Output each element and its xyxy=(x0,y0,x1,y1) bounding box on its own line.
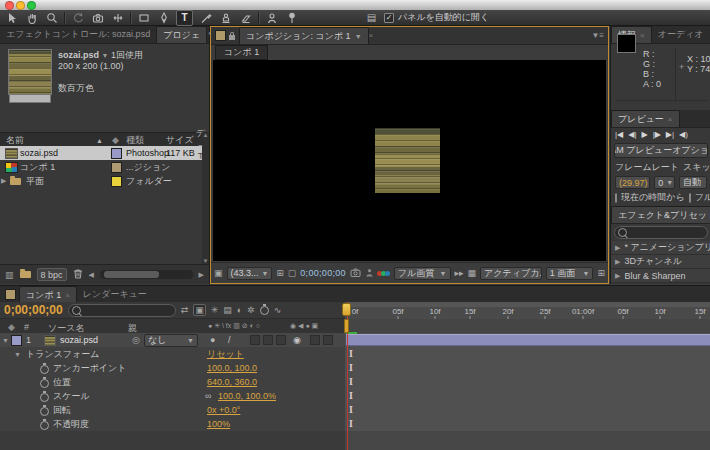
index-column-header[interactable]: # xyxy=(24,322,29,332)
rotation-value[interactable]: 0x +0.0° xyxy=(207,405,240,415)
selection-tool[interactable] xyxy=(4,11,19,25)
link-dimensions-icon[interactable]: ∞ xyxy=(205,391,211,401)
type-tool[interactable]: T xyxy=(176,10,193,26)
hand-tool[interactable] xyxy=(24,11,39,25)
view-layout-dropdown[interactable]: 1 画面▼ xyxy=(546,267,594,280)
transparency-grid-icon[interactable]: ▦ xyxy=(468,268,477,278)
column-name[interactable]: 名前 xyxy=(6,134,24,147)
puppet-pin-tool[interactable] xyxy=(284,11,299,25)
composition-image[interactable] xyxy=(375,128,440,193)
rotation-tool[interactable] xyxy=(70,11,85,25)
av-box[interactable] xyxy=(323,335,333,345)
parent-pickwhip-icon[interactable]: ◎ xyxy=(132,335,140,345)
camera-tool[interactable] xyxy=(90,11,105,25)
scale-value[interactable]: 100.0, 100.0% xyxy=(218,391,276,401)
tab-render-queue[interactable]: レンダーキュー xyxy=(77,287,153,303)
auto-open-panels-toggle[interactable]: ✓ パネルを自動的に開く xyxy=(384,11,489,24)
fast-preview-icon[interactable]: ▸▸ xyxy=(455,268,464,278)
video-switch-icon[interactable]: ● xyxy=(210,335,215,345)
composition-viewer[interactable] xyxy=(213,60,606,261)
timeline-search-input[interactable] xyxy=(68,304,176,317)
close-tab-icon[interactable]: × xyxy=(668,115,673,124)
chevron-down-icon[interactable]: ▼ xyxy=(102,52,109,59)
track-row[interactable] xyxy=(345,403,710,418)
track-row[interactable] xyxy=(345,389,710,404)
skip-dropdown[interactable]: 0▼ xyxy=(654,176,675,189)
project-row-sozai[interactable]: sozai.psd Photoshop 117 KB ╥ xyxy=(0,146,202,160)
pen-tool[interactable] xyxy=(156,11,171,25)
motion-blur-icon[interactable]: ◐ xyxy=(237,305,242,315)
anchor-point-value[interactable]: 100.0, 100.0 xyxy=(207,363,257,373)
label-column-icon[interactable]: ◆ xyxy=(8,322,15,332)
property-row-scale[interactable]: スケール ∞ 100.0, 100.0% xyxy=(0,389,345,404)
auto-keyframe-icon[interactable] xyxy=(260,306,269,315)
close-tab-icon[interactable]: × xyxy=(640,31,645,40)
rectangle-tool[interactable] xyxy=(136,11,151,25)
tab-composition[interactable]: コンポジション: コンポ 1 ▼ xyxy=(239,27,369,44)
next-frame-button[interactable]: |▶ xyxy=(653,130,661,139)
interpret-footage-icon[interactable]: ▥ xyxy=(5,270,14,280)
scroll-right-icon[interactable]: ▶ xyxy=(199,271,204,279)
tab-project[interactable]: プロジェ xyxy=(156,26,207,43)
safe-margins-icon[interactable]: ⊞ xyxy=(276,268,284,278)
brainstorm-icon[interactable]: ✲ xyxy=(247,305,255,315)
stopwatch-icon[interactable] xyxy=(40,407,49,416)
scroll-up-icon[interactable]: ▲ xyxy=(202,132,209,138)
bpc-button[interactable]: 8 bpc xyxy=(37,268,67,281)
last-frame-button[interactable]: ▶| xyxy=(666,130,674,139)
clone-stamp-tool[interactable] xyxy=(218,11,233,25)
close-tab-icon[interactable]: × xyxy=(369,31,374,40)
zoom-window-button[interactable] xyxy=(27,1,36,10)
zoom-tool[interactable] xyxy=(44,11,59,25)
layer-label-swatch[interactable] xyxy=(11,335,22,346)
layer-row-sozai[interactable]: ▼ 1 sozai.psd ◎ なし▼ ● / ◉ xyxy=(0,333,345,348)
stopwatch-icon[interactable] xyxy=(40,393,49,402)
tab-effects-presets[interactable]: エフェクト&プリセット× xyxy=(611,206,710,223)
first-frame-button[interactable]: |◀ xyxy=(615,130,623,139)
project-vertical-scrollbar[interactable]: ▲ ▼ xyxy=(202,132,209,264)
draft-3d-icon[interactable]: ▣ xyxy=(193,304,206,316)
previous-frame-button[interactable]: ◀| xyxy=(628,130,636,139)
switch-box[interactable] xyxy=(250,335,260,345)
viewer-tab[interactable]: コンポ 1 xyxy=(215,45,268,60)
effects-item-blur-sharpen[interactable]: ▶Blur & Sharpen xyxy=(611,269,710,283)
show-snapshot-icon[interactable] xyxy=(365,268,374,279)
collapse-arrow-icon[interactable]: ▼ xyxy=(2,337,9,344)
stopwatch-icon[interactable] xyxy=(40,379,49,388)
graph-editor-icon[interactable]: ∿ xyxy=(274,305,282,315)
snapshot-icon[interactable] xyxy=(350,268,361,279)
track-row[interactable] xyxy=(345,347,710,362)
resolution-auto-dropdown[interactable]: 自動 xyxy=(679,176,707,189)
eye-icon[interactable]: ◉ xyxy=(293,335,301,345)
property-row-anchor-point[interactable]: アンカーポイント 100.0, 100.0 xyxy=(0,361,345,376)
ram-preview-options-button[interactable]: RAM プレビューオプション xyxy=(614,143,708,158)
layer-name[interactable]: sozai.psd xyxy=(60,335,98,345)
tab-timeline-comp[interactable]: コンポ 1× xyxy=(19,286,77,303)
shy-layers-icon[interactable]: ✳ xyxy=(211,305,219,315)
transform-reset-link[interactable]: リセット xyxy=(207,348,244,361)
opacity-value[interactable]: 100% xyxy=(207,419,230,429)
pixel-aspect-icon[interactable]: ⊞ xyxy=(597,268,605,278)
framerate-dropdown[interactable]: (29.97)▼ xyxy=(615,176,650,189)
always-preview-icon[interactable]: ▣ xyxy=(214,268,223,278)
workspace-icon[interactable]: ▤ xyxy=(364,11,379,25)
from-current-checkbox[interactable] xyxy=(615,193,617,203)
expand-arrow-icon[interactable]: ▶ xyxy=(1,177,6,185)
effects-item-animation-presets[interactable]: ▶* アニメーションプリセット xyxy=(611,241,710,255)
quality-switch-icon[interactable]: / xyxy=(228,335,231,345)
lock-icon[interactable] xyxy=(229,35,235,40)
column-size[interactable]: サイズ xyxy=(166,134,194,147)
track-row[interactable] xyxy=(345,375,710,390)
property-row-position[interactable]: 位置 640.0, 360.0 xyxy=(0,375,345,390)
expand-arrow-icon[interactable]: ▶ xyxy=(615,272,620,280)
timeline-search[interactable] xyxy=(68,304,176,317)
collapse-arrow-icon[interactable]: ▼ xyxy=(14,351,21,358)
trash-icon[interactable] xyxy=(73,268,83,281)
close-window-button[interactable] xyxy=(5,1,14,10)
label-color-swatch[interactable] xyxy=(111,176,122,187)
camera-view-dropdown[interactable]: アクティブカ...▼ xyxy=(480,267,542,280)
column-type[interactable]: 種類 xyxy=(126,134,144,147)
switch-box[interactable] xyxy=(276,335,286,345)
region-of-interest-icon[interactable]: ▢ xyxy=(288,268,297,278)
resolution-dropdown[interactable]: フル画質▼ xyxy=(394,267,451,280)
